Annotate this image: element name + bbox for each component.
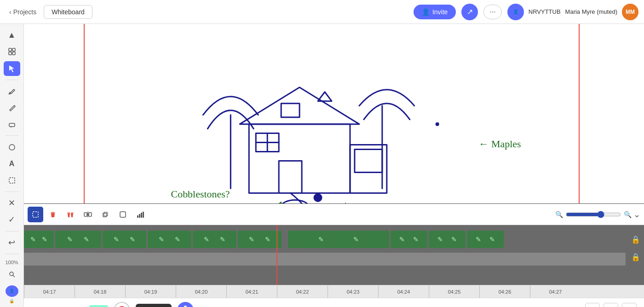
select-tool-button[interactable] [4,61,20,76]
back-icon: ‹ [9,8,12,16]
timeline-tracks: ✎ ✎ ✎ ✎ ✎ ✎ ✎ [24,225,644,285]
close-tool-button[interactable]: ✕ [4,196,20,210]
duplicate-clip-button[interactable] [98,207,113,222]
svg-rect-47 [139,214,140,218]
main-area: ▲ [0,24,644,307]
add-track-button[interactable]: + [604,303,618,307]
user-code-label: NRVYTTUB [529,8,561,15]
mic-button[interactable] [177,302,194,307]
whiteboard-tab[interactable]: Whiteboard [44,5,92,19]
undo-button[interactable]: ↩ [4,235,20,249]
clip-1[interactable]: ✎ ✎ [24,231,54,248]
track-row-1: ✎ ✎ ✎ ✎ ✎ ✎ ✎ [24,229,644,250]
svg-text:← Maples: ← Maples [479,138,521,150]
zoom-slider-container: 🔍 🔍 [555,211,632,218]
shape-tool-button[interactable] [4,139,20,154]
zoom-btn[interactable] [4,267,20,282]
svg-rect-44 [104,212,108,216]
clip-7[interactable]: ✎ ✎ [288,231,389,248]
track-row-2 [24,253,626,266]
svg-text:Cobblestones?: Cobblestones? [171,188,230,200]
split-clip-button[interactable] [80,207,96,222]
clip-edit-icon-14: ✎ [353,236,359,243]
clip-2[interactable]: ✎ ✎ [55,231,101,248]
svg-rect-37 [33,212,38,217]
text-tool-button[interactable]: A [4,156,20,171]
bottom-right-tools: + [585,303,637,307]
selection-box-button[interactable] [4,173,20,188]
clip-edit-icon-3: ✎ [67,236,73,243]
scroll-up-button[interactable]: ▲ [4,28,20,42]
pen-tool-button[interactable] [4,84,20,98]
highlight-tool-button[interactable] [4,100,20,115]
divider-4 [5,231,19,232]
select-clip-button[interactable] [28,207,43,222]
user-name-label: Maria Myre (muted) [565,8,617,15]
svg-rect-2 [9,52,12,55]
tick-0423: 04:23 [328,285,378,298]
invite-button[interactable]: 👤 Invite [414,5,456,19]
timeline-toolbar: 🔍 🔍 ⌄ [24,204,644,225]
back-button[interactable]: ‹ Projects [6,6,40,17]
user-small-avatar: 👤 [6,285,18,297]
svg-point-5 [9,145,15,150]
zoom-in-icon[interactable]: 🔍 [624,211,632,218]
check-tool-button[interactable]: ✓ [4,212,20,227]
svg-point-19 [314,194,322,201]
svg-rect-9 [249,124,350,193]
timeline-ruler: 04:17 04:18 04:19 04:20 04:21 04:22 04:2… [24,285,644,298]
zoom-out-icon[interactable]: 🔍 [555,211,563,218]
lock-indicator: 🔒 [9,299,14,303]
svg-rect-46 [137,215,138,218]
track-2-lock[interactable]: 🔒 [631,253,640,261]
delete-clip-button[interactable] [45,207,61,222]
clip-3[interactable]: ✎ ✎ [103,231,146,248]
clip-edit-icon-15: ✎ [399,236,405,243]
record-button[interactable] [114,302,130,307]
zoom-slider[interactable] [566,211,621,218]
fast-forward-button[interactable]: ▶▶ [70,303,84,307]
svg-rect-18 [355,150,382,173]
delete-range-button[interactable] [63,207,78,222]
eraser-tool-button[interactable] [4,117,20,132]
volume-chart-button[interactable] [132,207,148,222]
divider-1 [5,80,19,80]
clip-edit-icon-10: ✎ [220,236,225,243]
clip-8[interactable]: ✎ ✎ [391,231,427,248]
timeline-collapse-button[interactable]: ⌄ [633,209,640,220]
svg-rect-11 [279,161,302,193]
clip-edit-icon-20: ✎ [489,236,495,243]
clip-6[interactable]: ✎ ✎ [238,231,282,248]
frame-tool-button[interactable] [4,44,20,59]
canvas-area[interactable]: Cobblestones? Silver mound x 6 ← Maples … [24,24,644,307]
svg-rect-4 [9,123,15,127]
tick-0422: 04:22 [277,285,328,298]
more-button[interactable]: ··· [483,5,501,19]
clip-edit-icon-19: ✎ [476,236,481,243]
play-button[interactable]: ▶ [51,303,64,307]
clip-9[interactable]: ✎ ✎ [429,231,466,248]
clip-edit-icon-11: ✎ [249,236,254,243]
svg-rect-0 [9,48,12,51]
rewind-button[interactable]: ◀◀ [31,303,45,307]
svg-rect-45 [120,212,126,217]
clip-edit-icon-9: ✎ [204,236,209,243]
clip-4[interactable]: ✎ ✎ [148,231,191,248]
svg-rect-39 [89,213,92,216]
share-icon: ↗ [467,7,473,16]
share-button[interactable]: ↗ [461,4,478,20]
user-avatar-code: 👤 [507,4,524,20]
svg-rect-49 [143,212,144,218]
bottom-controls: ◀◀ ▶ ▶▶ MIX 04:22 ⌄ [24,298,644,307]
mute-clip-button[interactable] [115,207,131,222]
monitor-button[interactable] [585,303,600,307]
track-1-lock[interactable]: 🔒 [631,235,640,244]
tick-0425: 04:25 [429,285,479,298]
fullscreen-button[interactable] [622,303,637,307]
clip-5[interactable]: ✎ ✎ [193,231,236,248]
clip-edit-icon-13: ✎ [318,236,324,243]
clip-edit-icon-4: ✎ [84,236,89,243]
clip-10[interactable]: ✎ ✎ [467,231,504,248]
svg-point-36 [436,122,439,126]
clip-edit-icon-5: ✎ [114,236,119,243]
